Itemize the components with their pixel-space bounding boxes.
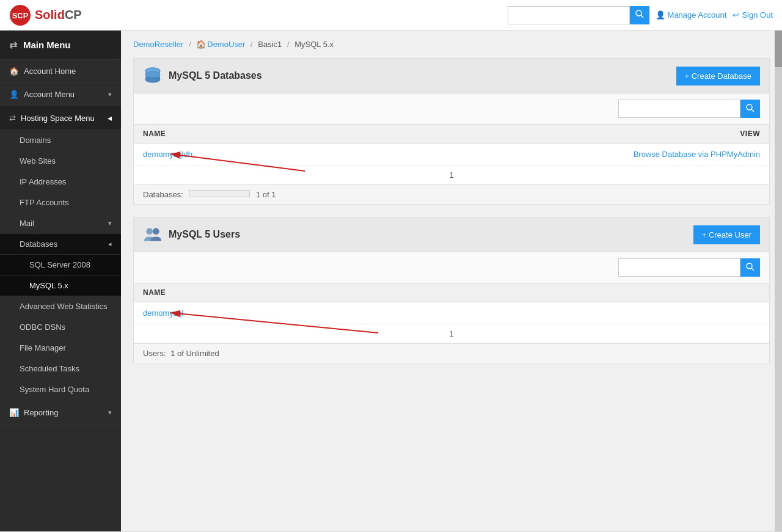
- breadcrumb-demoreseller[interactable]: DemoReseller: [133, 40, 183, 49]
- sidebar-item-scheduled-tasks[interactable]: Scheduled Tasks: [0, 359, 121, 379]
- chevron-down-icon-mail: ▾: [108, 219, 112, 227]
- breadcrumb-demouser[interactable]: 🏠DemoUser: [196, 40, 247, 49]
- svg-point-14: [153, 228, 159, 235]
- database-name-link[interactable]: demomysqldb: [143, 150, 192, 159]
- logo: SCP SolidCP: [9, 4, 82, 26]
- home-breadcrumb-icon: 🏠: [196, 40, 206, 49]
- manage-account-link[interactable]: 👤 Manage Account: [656, 10, 727, 20]
- sign-out-link[interactable]: ↩ Sign Out: [733, 10, 773, 20]
- sidebar-item-system-hard-quota[interactable]: System Hard Quota: [0, 379, 121, 400]
- user-name-link[interactable]: demomysql: [143, 308, 183, 318]
- sidebar-title: Main Menu: [23, 40, 71, 50]
- sidebar-item-domains[interactable]: Domains: [0, 130, 121, 151]
- sidebar-item-databases[interactable]: Databases ◂: [0, 234, 121, 255]
- chevron-down-icon: ▾: [108, 90, 112, 98]
- databases-panel: MySQL 5 Databases + Create Database NAME…: [133, 58, 770, 205]
- svg-line-3: [641, 15, 643, 18]
- users-search-input[interactable]: [618, 258, 740, 277]
- sidebar-item-odbc-dsns[interactable]: ODBC DSNs: [0, 317, 121, 338]
- users-page-num-row: 1: [134, 324, 769, 343]
- databases-search-input[interactable]: [618, 100, 740, 118]
- sidebar-item-mysql-5x[interactable]: MySQL 5.x: [0, 275, 121, 296]
- databases-panel-header: MySQL 5 Databases + Create Database: [134, 59, 769, 93]
- sidebar-item-advanced-web-statistics[interactable]: Advanced Web Statistics: [0, 296, 121, 317]
- databases-panel-search: [134, 93, 769, 125]
- sidebar-item-file-manager[interactable]: File Manager: [0, 338, 121, 359]
- databases-search-button[interactable]: [740, 100, 760, 118]
- logo-icon: SCP: [9, 4, 31, 26]
- user-icon-sidebar: 👤: [9, 90, 19, 99]
- users-icon: [143, 225, 163, 244]
- sidebar-item-account-menu[interactable]: 👤 Account Menu ▾: [0, 83, 121, 106]
- topbar: SCP SolidCP 👤 Manage Account ↩ Sign Out: [0, 0, 782, 31]
- svg-point-15: [747, 263, 752, 269]
- sidebar-item-mail[interactable]: Mail ▾: [0, 213, 121, 234]
- databases-progress-bar: [189, 190, 250, 197]
- sidebar-item-ip-addresses[interactable]: IP Addresses: [0, 172, 121, 192]
- database-icon: [143, 66, 163, 86]
- breadcrumb: DemoReseller / 🏠DemoUser / Basic1 / MySQ…: [133, 40, 770, 49]
- scrollbar[interactable]: [775, 31, 782, 531]
- home-icon: 🏠: [9, 67, 19, 76]
- chevron-left-icon: ◂: [108, 113, 112, 123]
- signout-icon: ↩: [733, 10, 739, 20]
- main-content: DemoReseller / 🏠DemoUser / Basic1 / MySQ…: [121, 31, 782, 531]
- topbar-right: 👤 Manage Account ↩ Sign Out: [508, 6, 773, 24]
- svg-point-2: [636, 10, 641, 16]
- scrollbar-thumb[interactable]: [775, 31, 782, 67]
- sidebar-item-sql-server-2008[interactable]: SQL Server 2008: [0, 255, 121, 275]
- databases-table-header: NAME View: [134, 125, 769, 144]
- search-icon-db: [746, 104, 755, 112]
- table-row: demomysqldb Browse Database via PHPMyAdm…: [134, 144, 769, 166]
- sidebar-item-ftp-accounts[interactable]: FTP Accounts: [0, 192, 121, 213]
- svg-text:SCP: SCP: [12, 11, 29, 20]
- sidebar-item-account-home[interactable]: 🏠 Account Home: [0, 60, 121, 83]
- users-search-button[interactable]: [740, 258, 760, 277]
- users-panel-footer: Users: 1 of Unlimited: [134, 343, 769, 363]
- menu-icon: ⇄: [9, 39, 17, 51]
- layout: ⇄ Main Menu 🏠 Account Home 👤 Account Men…: [0, 31, 782, 531]
- arrows-icon: ⇄: [9, 114, 16, 123]
- users-panel-title: MySQL 5 Users: [143, 225, 240, 244]
- breadcrumb-basic1: Basic1: [258, 40, 282, 49]
- svg-point-13: [146, 228, 153, 235]
- chevron-down-icon-reporting: ▾: [108, 409, 112, 417]
- topbar-search-button[interactable]: [630, 6, 649, 24]
- users-panel-header: MySQL 5 Users + Create User: [134, 217, 769, 252]
- breadcrumb-mysql: MySQL 5.x: [294, 40, 334, 49]
- reporting-icon: 📊: [9, 408, 19, 417]
- svg-point-9: [747, 104, 752, 110]
- topbar-search-input[interactable]: [508, 6, 630, 24]
- logo-text: SolidCP: [35, 8, 82, 22]
- svg-point-8: [145, 71, 160, 78]
- sidebar-item-web-sites[interactable]: Web Sites: [0, 151, 121, 172]
- table-row-user: demomysql: [134, 302, 769, 324]
- sidebar-item-reporting[interactable]: 📊 Reporting ▾: [0, 401, 121, 425]
- sidebar-item-hosting-space-menu[interactable]: ⇄ Hosting Space Menu ◂: [0, 106, 121, 130]
- users-panel: MySQL 5 Users + Create User NAME demomy: [133, 217, 770, 363]
- databases-page-num-row: 1: [134, 166, 769, 184]
- svg-line-10: [751, 109, 754, 112]
- users-table: NAME demomysql: [134, 283, 769, 343]
- databases-table: NAME View demomysqldb Browse Database vi…: [134, 125, 769, 184]
- users-table-header: NAME: [134, 283, 769, 302]
- databases-panel-footer: Databases: 1 of 1: [134, 184, 769, 204]
- search-icon: [635, 10, 644, 18]
- sidebar: ⇄ Main Menu 🏠 Account Home 👤 Account Men…: [0, 31, 121, 531]
- browse-database-link[interactable]: Browse Database via PHPMyAdmin: [634, 150, 760, 159]
- databases-panel-title: MySQL 5 Databases: [143, 66, 262, 86]
- search-icon-users: [746, 263, 755, 271]
- create-user-button[interactable]: + Create User: [693, 225, 760, 244]
- svg-line-16: [751, 268, 754, 271]
- create-database-button[interactable]: + Create Database: [676, 67, 760, 86]
- users-panel-search: [134, 252, 769, 283]
- sidebar-header: ⇄ Main Menu: [0, 31, 121, 60]
- topbar-search: [508, 6, 649, 24]
- user-icon: 👤: [656, 10, 665, 20]
- chevron-left-icon-databases: ◂: [108, 240, 112, 248]
